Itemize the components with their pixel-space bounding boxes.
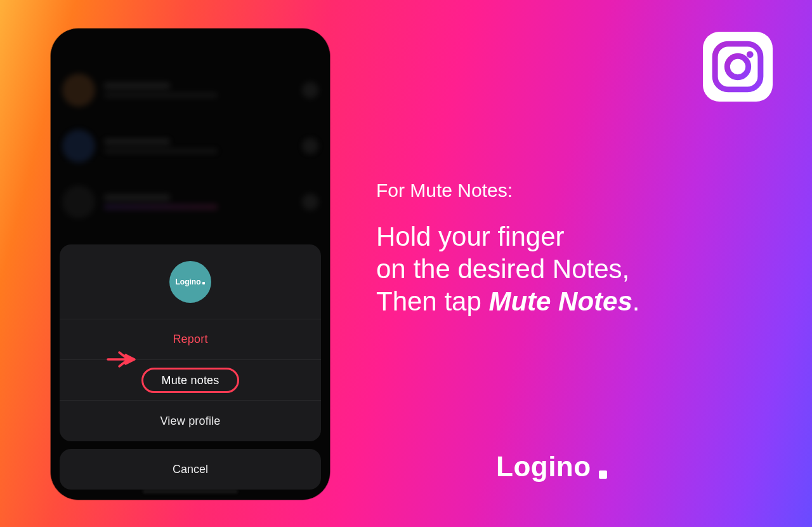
- instruction-body: Hold your finger on the desired Notes, T…: [376, 220, 774, 318]
- instruction-text: For Mute Notes: Hold your finger on the …: [376, 178, 774, 318]
- sheet-avatar-cell: Logino: [60, 244, 321, 319]
- svg-rect-0: [715, 44, 761, 90]
- cancel-label: Cancel: [173, 463, 208, 476]
- phone-mock: Logino Report Mute notes View profile Ca…: [51, 29, 330, 500]
- action-sheet: Logino Report Mute notes View profile: [60, 244, 321, 441]
- tutorial-slide: Logino Report Mute notes View profile Ca…: [0, 0, 812, 527]
- brand-logo: Logino: [496, 451, 607, 483]
- dm-row-blurred: [62, 180, 318, 224]
- dm-row-blurred: [62, 124, 318, 168]
- svg-point-2: [747, 51, 754, 58]
- home-indicator: [143, 490, 238, 493]
- instruction-lead: For Mute Notes:: [376, 178, 774, 203]
- instruction-line1: Hold your finger: [376, 222, 564, 251]
- cancel-button[interactable]: Cancel: [60, 449, 321, 490]
- sheet-avatar: Logino: [169, 261, 211, 303]
- mute-notes-label: Mute notes: [161, 375, 219, 386]
- report-label: Report: [173, 333, 207, 346]
- dm-row-blurred: [62, 68, 318, 112]
- instruction-emphasis: Mute Notes: [488, 286, 632, 316]
- instruction-line3-prefix: Then tap: [376, 286, 488, 316]
- mute-notes-highlight: Mute notes: [141, 368, 239, 393]
- instagram-icon: [712, 41, 764, 93]
- instruction-line3-suffix: .: [632, 286, 640, 316]
- instagram-badge: [703, 32, 773, 102]
- brand-dot-icon: [599, 470, 607, 479]
- view-profile-label: View profile: [160, 415, 220, 428]
- mute-notes-button[interactable]: Mute notes: [60, 360, 321, 401]
- report-button[interactable]: Report: [60, 319, 321, 360]
- brand-name: Logino: [496, 451, 591, 483]
- callout-arrow-icon: [107, 350, 137, 369]
- instruction-line2: on the desired Notes,: [376, 254, 629, 284]
- sheet-avatar-label: Logino: [176, 277, 201, 286]
- view-profile-button[interactable]: View profile: [60, 401, 321, 441]
- svg-point-1: [727, 56, 748, 77]
- action-sheet-container: Logino Report Mute notes View profile Ca…: [60, 244, 321, 490]
